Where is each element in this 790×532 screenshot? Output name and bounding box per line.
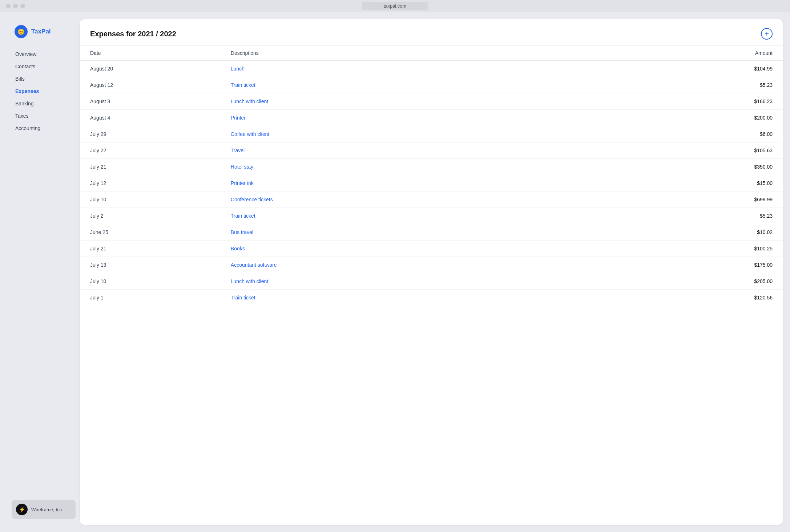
sidebar-item-contacts[interactable]: Contacts bbox=[12, 61, 76, 72]
expense-amount: $10.02 bbox=[642, 224, 783, 241]
main-content: Expenses for 2021 / 2022 + Date Descript… bbox=[80, 19, 783, 525]
page-title: Expenses for 2021 / 2022 bbox=[90, 30, 176, 38]
table-row: July 2 Train ticket $5.23 bbox=[80, 208, 783, 224]
sidebar-item-expenses[interactable]: Expenses bbox=[12, 85, 76, 97]
table-row: July 21 Books $100.25 bbox=[80, 241, 783, 257]
expense-amount: $104.99 bbox=[642, 61, 783, 77]
traffic-lights bbox=[6, 4, 25, 8]
nav-menu: Overview Contacts Bills Expenses Banking… bbox=[7, 48, 80, 494]
expense-description[interactable]: Conference tickets bbox=[221, 192, 642, 208]
table-row: July 29 Coffee with client $6.00 bbox=[80, 126, 783, 142]
add-expense-button[interactable]: + bbox=[761, 28, 773, 40]
expense-description[interactable]: Books bbox=[221, 241, 642, 257]
sidebar-item-taxes[interactable]: Taxes bbox=[12, 110, 76, 122]
expense-description[interactable]: Printer ink bbox=[221, 175, 642, 192]
expense-description[interactable]: Lunch bbox=[221, 61, 642, 77]
app-container: 😊 TaxPal Overview Contacts Bills Expense… bbox=[0, 12, 790, 532]
table-row: August 20 Lunch $104.99 bbox=[80, 61, 783, 77]
sidebar: 😊 TaxPal Overview Contacts Bills Expense… bbox=[7, 19, 80, 525]
table-header: Date Descriptions Amount bbox=[80, 46, 783, 61]
expense-amount: $100.25 bbox=[642, 241, 783, 257]
expense-amount: $166.23 bbox=[642, 93, 783, 110]
logo-icon: 😊 bbox=[15, 25, 28, 38]
table-row: July 21 Hotel stay $350.00 bbox=[80, 159, 783, 175]
expense-description[interactable]: Train ticket bbox=[221, 77, 642, 93]
column-header-description: Descriptions bbox=[221, 46, 642, 61]
sidebar-item-accounting[interactable]: Accounting bbox=[12, 122, 76, 134]
table-row: June 25 Bus travel $10.02 bbox=[80, 224, 783, 241]
expense-description[interactable]: Lunch with client bbox=[221, 273, 642, 290]
expense-date: August 8 bbox=[80, 93, 221, 110]
expense-date: July 21 bbox=[80, 159, 221, 175]
expense-amount: $6.00 bbox=[642, 126, 783, 142]
table-row: August 8 Lunch with client $166.23 bbox=[80, 93, 783, 110]
logo-text: TaxPal bbox=[31, 28, 51, 35]
expense-amount: $175.00 bbox=[642, 257, 783, 273]
expense-amount: $205.00 bbox=[642, 273, 783, 290]
table-row: July 10 Conference tickets $699.99 bbox=[80, 192, 783, 208]
browser-chrome: taxpal.com bbox=[0, 0, 790, 12]
expense-amount: $120.56 bbox=[642, 290, 783, 306]
expenses-table-container[interactable]: Date Descriptions Amount August 20 Lunch… bbox=[80, 46, 783, 306]
traffic-light-minimize bbox=[13, 4, 18, 8]
expense-amount: $200.00 bbox=[642, 110, 783, 126]
column-header-date: Date bbox=[80, 46, 221, 61]
address-bar[interactable]: taxpal.com bbox=[362, 2, 428, 10]
table-row: July 10 Lunch with client $205.00 bbox=[80, 273, 783, 290]
expense-description[interactable]: Train ticket bbox=[221, 208, 642, 224]
expense-description[interactable]: Lunch with client bbox=[221, 93, 642, 110]
sidebar-item-banking[interactable]: Banking bbox=[12, 98, 76, 109]
expense-amount: $15.00 bbox=[642, 175, 783, 192]
sidebar-item-bills[interactable]: Bills bbox=[12, 73, 76, 85]
expense-date: July 13 bbox=[80, 257, 221, 273]
expenses-header: Expenses for 2021 / 2022 + bbox=[80, 19, 783, 46]
traffic-light-maximize bbox=[20, 4, 25, 8]
traffic-light-close bbox=[6, 4, 11, 8]
expense-amount: $350.00 bbox=[642, 159, 783, 175]
company-icon: ⚡ bbox=[16, 504, 28, 515]
table-row: July 22 Travel $105.63 bbox=[80, 142, 783, 159]
expense-date: August 4 bbox=[80, 110, 221, 126]
logo-tax: Tax bbox=[31, 28, 41, 35]
table-body: August 20 Lunch $104.99 August 12 Train … bbox=[80, 61, 783, 306]
table-row: August 12 Train ticket $5.23 bbox=[80, 77, 783, 93]
column-header-amount: Amount bbox=[642, 46, 783, 61]
expenses-table: Date Descriptions Amount August 20 Lunch… bbox=[80, 46, 783, 306]
expense-description[interactable]: Travel bbox=[221, 142, 642, 159]
expense-date: June 25 bbox=[80, 224, 221, 241]
expense-date: July 10 bbox=[80, 192, 221, 208]
expense-amount: $5.23 bbox=[642, 208, 783, 224]
table-row: July 1 Train ticket $120.56 bbox=[80, 290, 783, 306]
expense-amount: $699.99 bbox=[642, 192, 783, 208]
expense-date: July 22 bbox=[80, 142, 221, 159]
table-row: July 12 Printer ink $15.00 bbox=[80, 175, 783, 192]
logo-pal: Pal bbox=[41, 28, 51, 35]
expense-description[interactable]: Printer bbox=[221, 110, 642, 126]
expense-amount: $105.63 bbox=[642, 142, 783, 159]
expense-description[interactable]: Train ticket bbox=[221, 290, 642, 306]
expense-description[interactable]: Coffee with client bbox=[221, 126, 642, 142]
expense-date: July 12 bbox=[80, 175, 221, 192]
expense-date: August 12 bbox=[80, 77, 221, 93]
expense-description[interactable]: Bus travel bbox=[221, 224, 642, 241]
table-row: August 4 Printer $200.00 bbox=[80, 110, 783, 126]
expense-date: August 20 bbox=[80, 61, 221, 77]
expense-date: July 10 bbox=[80, 273, 221, 290]
expense-date: July 21 bbox=[80, 241, 221, 257]
expense-description[interactable]: Hotel stay bbox=[221, 159, 642, 175]
company-name: Wireframe, Inc bbox=[31, 507, 62, 512]
logo-area: 😊 TaxPal bbox=[7, 25, 80, 48]
company-area[interactable]: ⚡ Wireframe, Inc bbox=[12, 500, 76, 519]
expense-date: July 29 bbox=[80, 126, 221, 142]
table-row: July 13 Accountant software $175.00 bbox=[80, 257, 783, 273]
expense-description[interactable]: Accountant software bbox=[221, 257, 642, 273]
expense-amount: $5.23 bbox=[642, 77, 783, 93]
expense-date: July 2 bbox=[80, 208, 221, 224]
sidebar-item-overview[interactable]: Overview bbox=[12, 48, 76, 60]
expense-date: July 1 bbox=[80, 290, 221, 306]
